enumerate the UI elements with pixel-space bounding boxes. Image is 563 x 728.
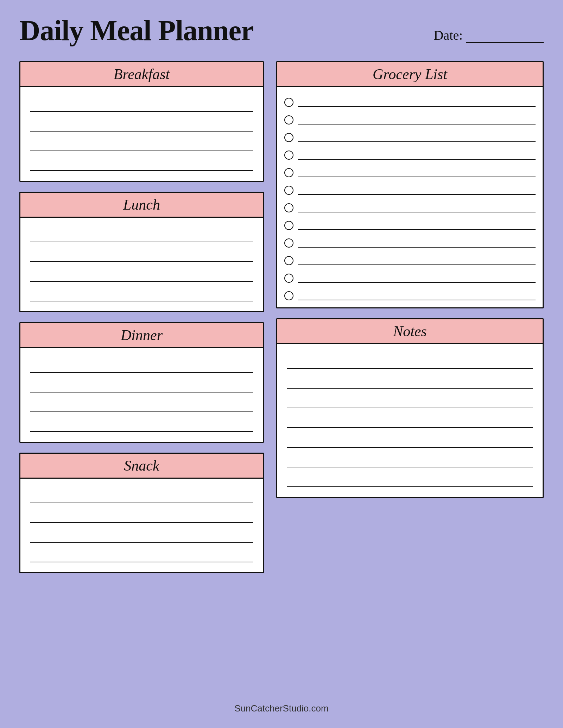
breakfast-section: Breakfast [19, 61, 264, 182]
grocery-item-12[interactable] [284, 284, 536, 302]
grocery-circle-3[interactable] [284, 133, 293, 142]
grocery-item-4[interactable] [284, 143, 536, 161]
notes-line-7[interactable] [287, 469, 533, 487]
grocery-item-8[interactable] [284, 214, 536, 231]
notes-line-4[interactable] [287, 410, 533, 428]
grocery-circle-5[interactable] [284, 168, 293, 177]
dinner-line-3[interactable] [30, 394, 253, 412]
grocery-item-6[interactable] [284, 179, 536, 196]
lunch-body [20, 218, 263, 311]
lunch-line-2[interactable] [30, 244, 253, 262]
snack-line-3[interactable] [30, 524, 253, 543]
grocery-line-1 [298, 106, 536, 107]
notes-line-3[interactable] [287, 390, 533, 408]
dinner-line-4[interactable] [30, 414, 253, 432]
right-column: Grocery List [276, 61, 544, 699]
grocery-circle-12[interactable] [284, 291, 293, 300]
snack-title: Snack [124, 458, 159, 474]
grocery-item-2[interactable] [284, 108, 536, 126]
main-content: Breakfast Lunch [19, 61, 544, 699]
breakfast-line-2[interactable] [30, 113, 253, 132]
dinner-line-2[interactable] [30, 374, 253, 392]
grocery-item-9[interactable] [284, 231, 536, 249]
dinner-line-1[interactable] [30, 355, 253, 373]
grocery-body [277, 87, 543, 307]
snack-line-2[interactable] [30, 505, 253, 523]
grocery-line-7 [298, 212, 536, 212]
notes-header: Notes [277, 319, 543, 344]
notes-line-6[interactable] [287, 449, 533, 467]
grocery-item-11[interactable] [284, 267, 536, 284]
grocery-item-5[interactable] [284, 161, 536, 179]
left-column: Breakfast Lunch [19, 61, 264, 699]
snack-line-4[interactable] [30, 544, 253, 562]
header: Daily Meal Planner Date: [19, 14, 544, 51]
notes-section: Notes [276, 318, 544, 498]
grocery-line-4 [298, 159, 536, 160]
notes-line-5[interactable] [287, 429, 533, 448]
breakfast-line-4[interactable] [30, 153, 253, 171]
grocery-line-9 [298, 247, 536, 248]
dinner-title: Dinner [121, 327, 163, 343]
date-label: Date: [434, 27, 463, 43]
grocery-line-10 [298, 264, 536, 265]
lunch-section: Lunch [19, 192, 264, 312]
grocery-circle-9[interactable] [284, 238, 293, 248]
date-line[interactable] [466, 40, 544, 43]
grocery-title: Grocery List [373, 66, 447, 82]
grocery-circle-10[interactable] [284, 256, 293, 265]
breakfast-header: Breakfast [20, 62, 263, 87]
date-area: Date: [434, 27, 544, 47]
lunch-line-4[interactable] [30, 283, 253, 301]
lunch-line-1[interactable] [30, 224, 253, 242]
grocery-circle-11[interactable] [284, 274, 293, 283]
breakfast-line-1[interactable] [30, 94, 253, 112]
grocery-circle-1[interactable] [284, 98, 293, 107]
grocery-header: Grocery List [277, 62, 543, 87]
notes-title: Notes [393, 323, 427, 339]
grocery-section: Grocery List [276, 61, 544, 308]
page-container: Daily Meal Planner Date: Breakfast [0, 0, 563, 728]
grocery-item-7[interactable] [284, 196, 536, 214]
lunch-title: Lunch [123, 197, 160, 213]
breakfast-title: Breakfast [114, 66, 170, 82]
lunch-header: Lunch [20, 193, 263, 218]
grocery-circle-6[interactable] [284, 186, 293, 195]
notes-body [277, 344, 543, 497]
grocery-line-6 [298, 194, 536, 195]
snack-line-1[interactable] [30, 485, 253, 503]
dinner-header: Dinner [20, 323, 263, 348]
grocery-line-3 [298, 141, 536, 142]
grocery-item-3[interactable] [284, 126, 536, 143]
grocery-line-2 [298, 124, 536, 124]
snack-section: Snack [19, 453, 264, 573]
footer-text: SunCatcherStudio.com [234, 703, 328, 714]
lunch-line-3[interactable] [30, 263, 253, 282]
notes-line-1[interactable] [287, 351, 533, 369]
dinner-section: Dinner [19, 322, 264, 443]
dinner-body [20, 348, 263, 442]
grocery-circle-8[interactable] [284, 221, 293, 230]
snack-header: Snack [20, 454, 263, 479]
grocery-item-10[interactable] [284, 249, 536, 267]
breakfast-line-3[interactable] [30, 133, 253, 151]
snack-body [20, 479, 263, 572]
breakfast-body [20, 87, 263, 181]
footer: SunCatcherStudio.com [19, 699, 544, 714]
page-title: Daily Meal Planner [19, 14, 253, 47]
grocery-item-1[interactable] [284, 91, 536, 108]
grocery-line-8 [298, 229, 536, 230]
notes-line-2[interactable] [287, 370, 533, 389]
grocery-circle-7[interactable] [284, 203, 293, 212]
grocery-circle-4[interactable] [284, 151, 293, 160]
grocery-circle-2[interactable] [284, 115, 293, 124]
grocery-line-11 [298, 282, 536, 283]
grocery-line-12 [298, 300, 536, 300]
grocery-line-5 [298, 177, 536, 177]
